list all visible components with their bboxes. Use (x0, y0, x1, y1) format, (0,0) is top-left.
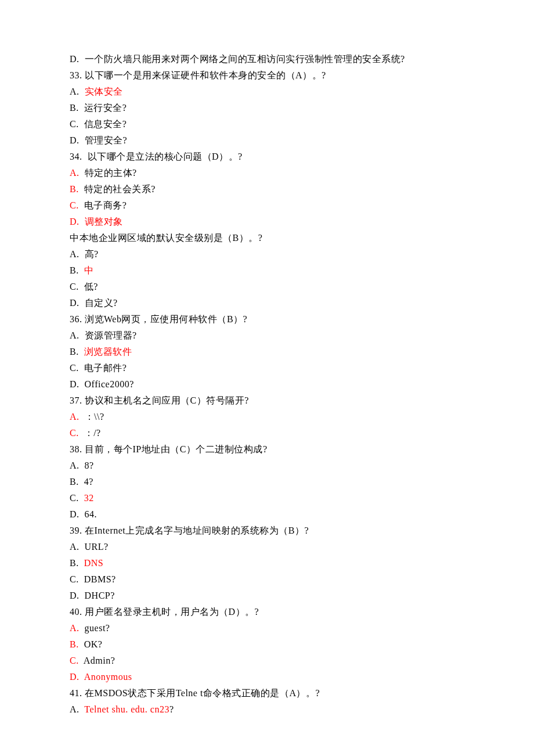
text-run: D. Office2000? (70, 379, 134, 389)
text-run: 40. 用户匿名登录主机时，用户名为（D）。? (70, 607, 259, 617)
text-line: B. DNS (70, 555, 464, 571)
text-run: A. (70, 623, 80, 633)
text-line: 36. 浏览Web网页，应使用何种软件（B）? (70, 311, 464, 327)
text-run: D. 自定义? (70, 298, 118, 308)
text-line: 37. 协议和主机名之间应用（C）符号隔开? (70, 393, 464, 409)
text-run: B. (70, 558, 84, 568)
text-run: A. 高? (70, 249, 99, 259)
text-line: D. Office2000? (70, 376, 464, 393)
text-run: Telnet shu. edu. cn23 (84, 704, 169, 714)
text-run: D. 64. (70, 509, 97, 519)
text-run: 32 (84, 493, 94, 503)
text-run: B. (70, 347, 84, 357)
text-run: 浏览器软件 (84, 347, 132, 357)
text-line: 40. 用户匿名登录主机时，用户名为（D）。? (70, 604, 464, 620)
text-line: A. 资源管理器? (70, 327, 464, 344)
text-line: D. Anonymous (70, 669, 464, 685)
text-run: B. (70, 184, 79, 194)
text-run: OK? (79, 639, 103, 649)
text-line: B. 浏览器软件 (70, 344, 464, 360)
text-run: 电子商务? (79, 200, 127, 210)
text-run: D. (70, 672, 80, 682)
text-run: A. (70, 412, 80, 422)
text-line: C. 低? (70, 279, 464, 295)
text-line: 34. 以下哪个是立法的核心问题（D）。? (70, 149, 464, 165)
text-run: A. (70, 704, 84, 714)
text-line: 41. 在MSDOS状态下采用Telne t命令格式正确的是（A）。? (70, 685, 464, 701)
text-line: B. 中 (70, 262, 464, 279)
text-run: A. URL? (70, 542, 109, 552)
text-run: B. (70, 639, 79, 649)
text-run: 41. 在MSDOS状态下采用Telne t命令格式正确的是（A）。? (70, 688, 320, 698)
text-line: B. OK? (70, 636, 464, 653)
text-run: 实体安全 (85, 87, 123, 96)
text-line: 38. 目前，每个IP地址由（C）个二进制位构成? (70, 441, 464, 458)
text-run: 37. 协议和主机名之间应用（C）符号隔开? (70, 395, 249, 405)
text-run: C. (70, 656, 79, 665)
text-run: ? (169, 704, 174, 714)
text-run: A. 8? (70, 460, 94, 470)
text-run: A. 资源管理器? (70, 330, 137, 340)
text-run: C. 低? (70, 282, 98, 291)
text-run: C. (70, 428, 79, 438)
text-run: 中 (84, 265, 94, 275)
text-run: B. (70, 265, 84, 275)
text-run: C. (70, 493, 84, 503)
text-line: C. 32 (70, 490, 464, 506)
text-run: ：/? (79, 428, 101, 438)
text-run: 特定的主体? (80, 168, 137, 178)
text-line: D. 一个防火墙只能用来对两个网络之间的互相访问实行强制性管理的安全系统? (70, 51, 464, 67)
text-run: guest? (80, 623, 110, 633)
text-line: A. Telnet shu. edu. cn23? (70, 701, 464, 718)
text-line: D. 自定义? (70, 295, 464, 311)
text-run: Anonymous (84, 672, 132, 682)
text-line: D. 64. (70, 506, 464, 523)
text-run: 38. 目前，每个IP地址由（C）个二进制位构成? (70, 444, 268, 454)
text-line: B. 4? (70, 474, 464, 490)
text-line: 33. 以下哪一个是用来保证硬件和软件本身的安全的（A）。? (70, 67, 464, 84)
text-run: C. DBMS? (70, 574, 116, 584)
text-run: 特定的社会关系? (79, 184, 156, 194)
text-run: DNS (84, 558, 104, 568)
text-run: D. DHCP? (70, 591, 115, 600)
text-line: A. URL? (70, 539, 464, 555)
text-line: C. DBMS? (70, 571, 464, 588)
text-line: D. DHCP? (70, 588, 464, 604)
text-run: 36. 浏览Web网页，应使用何种软件（B）? (70, 314, 247, 324)
text-run: 调整对象 (85, 217, 123, 226)
text-line: C. ：/? (70, 425, 464, 441)
text-line: A. 实体安全 (70, 84, 464, 100)
text-line: A. 8? (70, 458, 464, 474)
text-line: C. 电子商务? (70, 197, 464, 214)
text-run (80, 672, 84, 682)
text-line: C. 电子邮件? (70, 360, 464, 376)
text-line: B. 特定的社会关系? (70, 181, 464, 197)
text-run: D. 管理安全? (70, 135, 127, 145)
text-line: B. 运行安全? (70, 100, 464, 116)
text-run: B. 运行安全? (70, 103, 127, 113)
text-line: A. guest? (70, 620, 464, 636)
text-run (80, 217, 85, 226)
text-line: C. Admin? (70, 653, 464, 669)
text-run: 34. 以下哪个是立法的核心问题（D）。? (70, 152, 243, 161)
text-line: D. 调整对象 (70, 214, 464, 230)
text-line: C. 信息安全? (70, 116, 464, 132)
text-line: D. 管理安全? (70, 132, 464, 149)
text-run: ：\\? (80, 412, 104, 422)
text-line: A. ：\\? (70, 409, 464, 425)
text-run: C. 电子邮件? (70, 363, 127, 373)
text-line: 中本地企业网区域的默认安全级别是（B）。? (70, 230, 464, 246)
text-run: 中本地企业网区域的默认安全级别是（B）。? (70, 233, 262, 243)
text-line: 39. 在Internet上完成名字与地址间映射的系统称为（B）? (70, 523, 464, 539)
text-run: D. 一个防火墙只能用来对两个网络之间的互相访问实行强制性管理的安全系统? (70, 54, 405, 64)
text-run: Admin? (79, 656, 116, 665)
text-run: A. (70, 87, 85, 96)
document-page: D. 一个防火墙只能用来对两个网络之间的互相访问实行强制性管理的安全系统?33.… (0, 0, 534, 756)
text-run: B. 4? (70, 477, 93, 487)
text-run: C. (70, 200, 79, 210)
text-run: D. (70, 217, 80, 226)
text-line: A. 特定的主体? (70, 165, 464, 181)
text-run: A. (70, 168, 80, 178)
text-run: C. 信息安全? (70, 119, 127, 129)
text-run: 33. 以下哪一个是用来保证硬件和软件本身的安全的（A）。? (70, 70, 326, 80)
